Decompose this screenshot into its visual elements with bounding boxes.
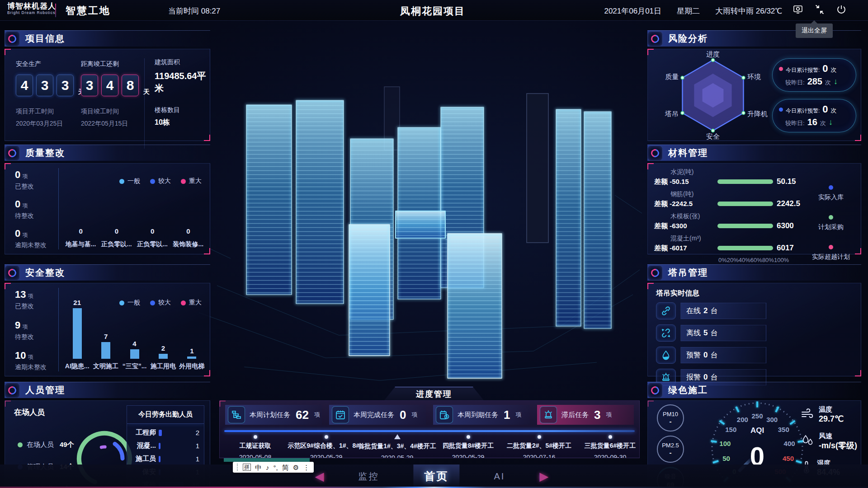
calendar-check-icon — [332, 406, 349, 423]
gauge-tick-label: 100 — [719, 439, 731, 447]
remain-days-label: 距离竣工还剩 — [81, 60, 150, 68]
panel-title: 项目信息 — [25, 33, 65, 45]
ime-input-mode-button[interactable]: 拼 — [243, 464, 251, 471]
ime-punctuation-button[interactable]: °, — [274, 464, 278, 471]
crane-status-value: 0 — [703, 373, 708, 382]
stat-unit: 项 — [28, 354, 33, 360]
legend-item[interactable]: 实际入库 — [818, 185, 844, 202]
nav-prev-arrow[interactable]: ◀ — [315, 469, 324, 483]
stat-label: 已整改 — [15, 302, 57, 310]
bar-category: 正负零以... — [137, 240, 168, 249]
nav-tab-ai[interactable]: AI — [483, 467, 516, 486]
stat-label: 待整改 — [15, 212, 57, 220]
dashboard-root: 博智林机器人 Bright Dream Robotics 智慧工地 当前时间 0… — [0, 0, 868, 488]
legend-item[interactable]: 计划采购 — [818, 215, 844, 231]
panel-title: 材料管理 — [668, 147, 708, 159]
bar-value: 21 — [73, 299, 81, 306]
nav-tab-home[interactable]: 首页 — [413, 465, 459, 488]
start-date-value: 2020年03月25日 — [16, 117, 85, 130]
crane-status-label: 报警 — [686, 373, 701, 382]
digit-box: 3 — [36, 75, 53, 96]
crane-status-unit: 台 — [710, 328, 717, 338]
panel-ring-icon — [647, 383, 663, 398]
legend-item[interactable]: 在场人员49个 — [18, 441, 74, 449]
crane-status-label: 离线 — [686, 328, 701, 338]
divider — [58, 168, 59, 249]
materials-legend: 实际入库 计划采购 实际超越计划 — [806, 185, 856, 261]
legend-item[interactable]: 较大 — [150, 177, 171, 185]
alarm-summary-pill: 今日累计报警: 0 次 较昨日: 285 次 ↓ — [772, 58, 856, 92]
legend-item[interactable]: 一般 — [119, 177, 140, 185]
stat-weekly-planned: 本周计划任务62项 — [225, 405, 322, 425]
attendance-row: 施工员1 — [127, 450, 204, 463]
quality-stats: 0项已整改 0项待整改 0项逾期未整改 — [15, 169, 57, 249]
top-bar: 博智林机器人 Bright Dream Robotics 智慧工地 当前时间 0… — [0, 0, 868, 21]
bar-category: 施工用电 — [151, 362, 176, 371]
logo: 博智林机器人 Bright Dream Robotics — [7, 2, 56, 15]
panel-title: 人员管理 — [25, 384, 65, 396]
digit-box: 8 — [122, 75, 139, 96]
milestone: 首批货量1#、3#、4#楼开工2020-05-29 — [362, 432, 433, 458]
trend-down-icon: ↓ — [829, 117, 833, 127]
digit-box: 3 — [57, 75, 74, 96]
stat-unit: 项 — [22, 173, 28, 179]
attendance-title: 今日劳务出勤人员 — [127, 406, 204, 424]
onsite-personnel-title: 在场人员 — [14, 407, 45, 418]
bar-category: 正负零以... — [101, 240, 132, 249]
digit-box: 4 — [16, 75, 33, 96]
panel-progress: 本周计划任务62项 本周完成任务0项 本周到期任务1项 — [219, 400, 640, 458]
exit-fullscreen-icon[interactable] — [815, 5, 825, 14]
ime-chinese-english-button[interactable]: 中 — [255, 464, 262, 471]
start-date-label: 项目开工时间 — [16, 105, 85, 117]
area-value: 119485.64平米 — [155, 70, 210, 94]
stat-value: 10 — [15, 350, 26, 361]
divider — [58, 288, 59, 371]
panel-title: 风险分析 — [668, 33, 708, 45]
ime-moon-button[interactable]: ♪ — [266, 464, 269, 471]
ime-drag-handle[interactable] — [237, 464, 239, 471]
material-row: 混凝土(m³) 差额 -60176017 — [654, 235, 803, 253]
bar-value: 1 — [190, 347, 193, 355]
finish-date-label: 项目竣工时间 — [81, 105, 150, 117]
trend-down-icon: ↓ — [834, 77, 838, 86]
panel-title: 绿色施工 — [668, 384, 708, 396]
crane-status-unit: 台 — [710, 306, 717, 316]
radar-axis-label: 塔吊 — [665, 110, 679, 117]
stat-label: 待整改 — [15, 333, 57, 341]
display-settings-icon[interactable] — [793, 5, 803, 14]
panel-ring-icon — [5, 383, 20, 398]
milestone: 四批货量8#楼开工2020-05-29 — [433, 432, 504, 458]
building-3d-view[interactable] — [190, 23, 646, 389]
compare-label: 较昨日: — [785, 79, 805, 87]
crane-status-warning: 预警0台 — [656, 347, 766, 364]
alarm-value: 0 — [822, 63, 828, 75]
nav-tab-monitoring[interactable]: 监控 — [347, 466, 390, 487]
radar-axis-label: 进度 — [706, 50, 720, 58]
panel-title: 塔吊管理 — [668, 267, 708, 279]
water-drop-icon — [656, 347, 676, 364]
aqi-label: AQI — [750, 426, 764, 435]
nav-next-arrow[interactable]: ▶ — [539, 469, 548, 483]
ime-simplified-button[interactable]: 简 — [282, 464, 289, 471]
compare-value: 16 — [807, 117, 817, 127]
gauge-tick-label: 50 — [722, 455, 730, 462]
crane-status-value: 2 — [703, 306, 708, 315]
crane-status-unit: 台 — [710, 373, 717, 382]
panel-safety-rectification: 安全整改 13项已整改 9项待整改 10项逾期未整改 一般 较大 重大 21AI… — [5, 264, 210, 376]
remain-days-counter: 3 4 8 天 — [81, 75, 150, 96]
stat-value: 13 — [15, 289, 26, 300]
legend-item[interactable]: 重大 — [181, 177, 202, 185]
stat-label: 逾期未整改 — [15, 363, 57, 371]
milestone-timeline: 工规证获取2020-05-08 示范区9#综合楼、1#、8#...2020-05… — [220, 432, 639, 458]
ime-more-button[interactable]: ⋮ — [303, 464, 310, 471]
legend-item[interactable]: 实际超越计划 — [812, 245, 850, 261]
stat-value: 0 — [15, 198, 20, 210]
stat-unit: 项 — [22, 232, 28, 238]
gantt-icon — [228, 406, 245, 423]
power-icon[interactable] — [836, 5, 846, 14]
pm25-indicator: PM2.5- — [657, 436, 684, 463]
materials-axis: 0%20%40%60%80%100% — [718, 257, 803, 263]
temperature-stat: 温度29.7℃ — [801, 405, 857, 424]
stat-value: 0 — [15, 169, 20, 180]
ime-settings-gear-icon[interactable]: ⚙ — [293, 464, 299, 471]
